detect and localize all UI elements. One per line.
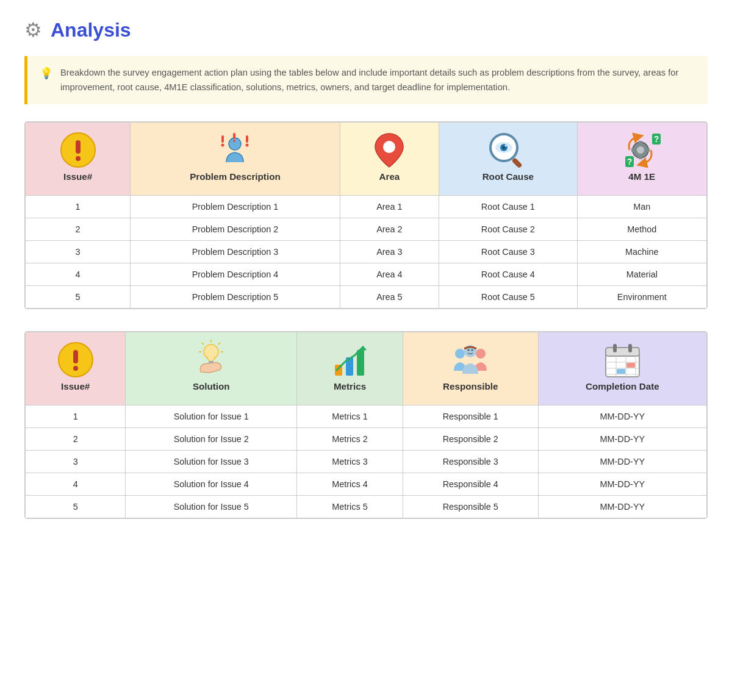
col2-solution-label: Solution <box>134 381 288 399</box>
cell-issue: 5 <box>26 286 131 309</box>
th-issue: Issue# <box>26 123 131 196</box>
cell-rootcause: Root Cause 2 <box>439 218 577 241</box>
gear-icon: ⚙ <box>24 18 42 41</box>
svg-rect-6 <box>246 135 248 143</box>
cell-area: Area 5 <box>340 286 439 309</box>
svg-point-3 <box>229 138 241 150</box>
cell-issue: 3 <box>26 241 131 263</box>
table1-wrapper: Issue# <box>24 121 708 309</box>
col-problem-label: Problem Description <box>139 171 331 189</box>
cell-metrics: Metrics 2 <box>297 428 403 451</box>
cell-area: Area 2 <box>340 218 439 241</box>
cell-4m1e: Machine <box>577 241 706 263</box>
svg-rect-49 <box>628 344 632 352</box>
svg-rect-57 <box>617 369 625 374</box>
table2: Issue# <box>25 332 707 518</box>
cell-solution: Solution for Issue 4 <box>126 473 297 496</box>
page-title: Analysis <box>51 19 131 41</box>
table2-wrapper: Issue# <box>24 331 708 519</box>
table-row: 5Problem Description 5Area 5Root Cause 5… <box>26 286 707 309</box>
cell-4m1e: Method <box>577 218 706 241</box>
th-area: Area <box>340 123 439 196</box>
cell-issue: 4 <box>26 263 131 286</box>
cell-issue: 3 <box>26 451 126 473</box>
cell-4m1e: Environment <box>577 286 706 309</box>
svg-rect-4 <box>221 135 224 143</box>
table-row: 3Problem Description 3Area 3Root Cause 3… <box>26 241 707 263</box>
cell-metrics: Metrics 3 <box>297 451 403 473</box>
svg-rect-8 <box>233 133 235 139</box>
cell-responsible: Responsible 5 <box>403 496 538 518</box>
cell-responsible: Responsible 2 <box>403 428 538 451</box>
page-header: ⚙ Analysis <box>24 18 708 41</box>
info-text: Breakdown the survey engagement action p… <box>60 66 695 95</box>
svg-rect-19 <box>639 141 642 145</box>
col-issue-label: Issue# <box>34 171 121 189</box>
cell-responsible: Responsible 1 <box>403 405 538 428</box>
th2-responsible: Responsible <box>403 332 538 405</box>
th-rootcause: Root Cause <box>439 123 577 196</box>
cell-rootcause: Root Cause 3 <box>439 241 577 263</box>
cell-completion: MM-DD-YY <box>538 451 706 473</box>
cell-solution: Solution for Issue 3 <box>126 451 297 473</box>
col2-issue-label: Issue# <box>34 381 117 399</box>
svg-rect-20 <box>639 155 642 159</box>
col-area-label: Area <box>349 171 431 189</box>
cell-issue: 1 <box>26 405 126 428</box>
svg-point-10 <box>383 141 395 153</box>
svg-rect-1 <box>76 140 81 154</box>
svg-point-44 <box>468 349 470 351</box>
svg-point-42 <box>476 349 486 359</box>
cell-4m1e: Material <box>577 263 706 286</box>
svg-point-9 <box>233 140 235 142</box>
col-4m1e-label: 4M 1E <box>586 171 698 189</box>
cell-responsible: Responsible 3 <box>403 451 538 473</box>
cell-problem: Problem Description 1 <box>131 196 340 218</box>
svg-point-16 <box>504 145 506 146</box>
cell-metrics: Metrics 1 <box>297 405 403 428</box>
svg-rect-31 <box>209 361 214 363</box>
col2-metrics-label: Metrics <box>306 381 394 399</box>
cell-completion: MM-DD-YY <box>538 473 706 496</box>
svg-point-29 <box>73 366 78 371</box>
svg-point-2 <box>76 156 81 161</box>
table-row: 2Problem Description 2Area 2Root Cause 2… <box>26 218 707 241</box>
th2-completion: Completion Date <box>538 332 706 405</box>
cell-issue: 2 <box>26 218 131 241</box>
svg-point-5 <box>221 143 224 146</box>
col2-completion-label: Completion Date <box>547 381 698 399</box>
cell-completion: MM-DD-YY <box>538 405 706 428</box>
svg-rect-11 <box>511 157 522 168</box>
cell-issue: 4 <box>26 473 126 496</box>
svg-point-45 <box>472 349 473 351</box>
table-row: 3Solution for Issue 3Metrics 3Responsibl… <box>26 451 707 473</box>
svg-text:?: ? <box>627 157 633 166</box>
table-row: 1Solution for Issue 1Metrics 1Responsibl… <box>26 405 707 428</box>
cell-area: Area 4 <box>340 263 439 286</box>
cell-problem: Problem Description 5 <box>131 286 340 309</box>
cell-4m1e: Man <box>577 196 706 218</box>
svg-point-18 <box>637 146 644 154</box>
table-row: 4Problem Description 4Area 4Root Cause 4… <box>26 263 707 286</box>
svg-rect-47 <box>606 348 639 356</box>
svg-point-41 <box>455 349 465 359</box>
cell-issue: 1 <box>26 196 131 218</box>
cell-problem: Problem Description 2 <box>131 218 340 241</box>
cell-completion: MM-DD-YY <box>538 496 706 518</box>
table1-body: 1Problem Description 1Area 1Root Cause 1… <box>26 196 707 309</box>
table2-body: 1Solution for Issue 1Metrics 1Responsibl… <box>26 405 707 518</box>
table-row: 5Solution for Issue 5Metrics 5Responsibl… <box>26 496 707 518</box>
th2-issue: Issue# <box>26 332 126 405</box>
cell-metrics: Metrics 5 <box>297 496 403 518</box>
svg-line-33 <box>218 343 220 345</box>
cell-responsible: Responsible 4 <box>403 473 538 496</box>
cell-rootcause: Root Cause 5 <box>439 286 577 309</box>
svg-rect-21 <box>631 148 635 152</box>
cell-completion: MM-DD-YY <box>538 428 706 451</box>
svg-text:?: ? <box>654 134 659 144</box>
table-row: 1Problem Description 1Area 1Root Cause 1… <box>26 196 707 218</box>
table1: Issue# <box>25 122 707 309</box>
svg-rect-22 <box>646 148 650 152</box>
cell-area: Area 1 <box>340 196 439 218</box>
table-row: 2Solution for Issue 2Metrics 2Responsibl… <box>26 428 707 451</box>
